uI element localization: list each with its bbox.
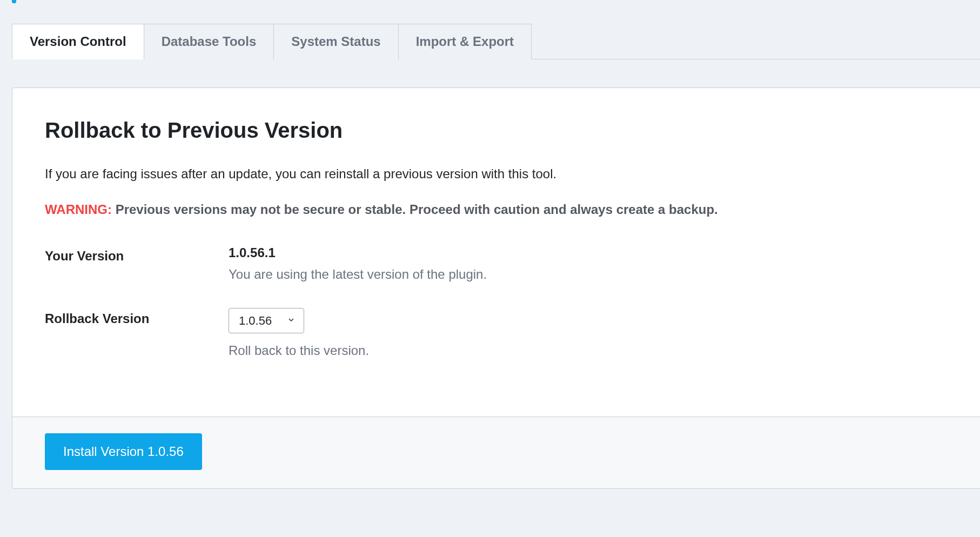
your-version-note: You are using the latest version of the … xyxy=(229,265,948,284)
rollback-version-value-wrap: 1.0.56 Roll back to this version. xyxy=(229,308,948,360)
your-version-value-wrap: 1.0.56.1 You are using the latest versio… xyxy=(229,245,948,284)
rollback-version-label: Rollback Version xyxy=(45,308,229,326)
your-version-label: Your Version xyxy=(45,245,229,264)
tab-label: Database Tools xyxy=(162,34,257,49)
panel-title: Rollback to Previous Version xyxy=(45,118,948,143)
warning-text: Previous versions may not be secure or s… xyxy=(116,202,718,217)
rollback-version-select[interactable]: 1.0.56 xyxy=(229,308,304,333)
tab-database-tools[interactable]: Database Tools xyxy=(144,24,274,59)
rollback-version-note: Roll back to this version. xyxy=(229,341,948,360)
install-version-button[interactable]: Install Version 1.0.56 xyxy=(45,433,202,470)
your-version-value: 1.0.56.1 xyxy=(229,245,948,260)
warning-label: WARNING: xyxy=(45,202,112,217)
tab-version-control[interactable]: Version Control xyxy=(12,24,144,59)
panel-footer: Install Version 1.0.56 xyxy=(12,417,980,488)
rollback-select-wrap: 1.0.56 xyxy=(229,308,304,333)
version-control-panel: Rollback to Previous Version If you are … xyxy=(12,88,980,489)
top-accent-bar xyxy=(0,0,980,3)
warning-line: WARNING: Previous versions may not be se… xyxy=(45,200,948,219)
tab-label: Import & Export xyxy=(416,34,514,49)
tab-import-export[interactable]: Import & Export xyxy=(398,24,532,59)
panel-description: If you are facing issues after an update… xyxy=(45,164,948,184)
tab-system-status[interactable]: System Status xyxy=(273,24,398,59)
tab-label: Version Control xyxy=(30,34,126,49)
panel-body: Rollback to Previous Version If you are … xyxy=(12,88,980,417)
tabs-nav: Version Control Database Tools System St… xyxy=(12,24,980,59)
rollback-version-row: Rollback Version 1.0.56 Roll back to thi… xyxy=(45,308,948,360)
tab-label: System Status xyxy=(291,34,380,49)
your-version-row: Your Version 1.0.56.1 You are using the … xyxy=(45,245,948,284)
